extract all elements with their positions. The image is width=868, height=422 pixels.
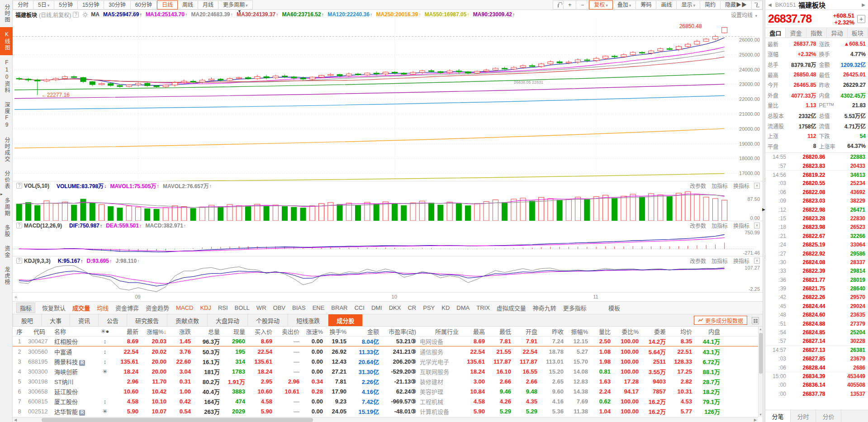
prev-symbol-icon[interactable]: ◀ — [768, 2, 772, 7]
indicator-tab-DMI[interactable]: DMI — [371, 304, 382, 311]
tick-row[interactable]: :4226822.2629570 — [765, 293, 868, 302]
table-row[interactable]: 1300427红相股份↕8.6920.031.4596.3万29608.69—0… — [13, 337, 763, 346]
macd-chart[interactable]: 750.99-271.46 — [13, 230, 763, 256]
indicator-tab-DMA[interactable]: DMA — [456, 304, 470, 311]
sidebar-item-资金[interactable]: 资金 — [0, 242, 13, 262]
tick-row[interactable]: 14:5526820.8622883 — [765, 153, 868, 161]
indicator-tab-MACD[interactable]: MACD — [176, 304, 193, 311]
tab-资讯[interactable]: 资讯 — [70, 314, 99, 326]
collapse-panel-icon[interactable]: ▶ — [762, 207, 765, 212]
tick-row[interactable]: 14:5726827.1326381 — [765, 346, 868, 354]
pane-action[interactable]: 换指标 — [733, 222, 749, 229]
drag-grip-icon[interactable]: ⣿⣿ — [129, 11, 136, 15]
ma-settings-button[interactable]: 设置均线 ▾ — [731, 11, 757, 19]
column-header[interactable]: 买入价 — [247, 327, 274, 336]
indicator-tab-BIAS[interactable]: BIAS — [292, 304, 306, 311]
close-pane-icon[interactable]: × — [754, 183, 760, 189]
indicator-tab-神奇九转[interactable]: 神奇九转 — [533, 303, 556, 312]
tab-贡献点数[interactable]: 贡献点数 — [167, 314, 208, 326]
column-header[interactable]: 委比% — [612, 327, 640, 336]
tab-股吧[interactable]: 股吧 — [13, 314, 42, 326]
quote-tab-板块[interactable]: 板块 — [848, 28, 868, 38]
period-button[interactable]: 15分钟 — [78, 0, 104, 9]
column-header[interactable]: 现量 — [222, 327, 247, 336]
scroll-down-icon[interactable]: ▼ — [759, 413, 762, 416]
tab-大盘异动[interactable]: 大盘异动 — [208, 314, 248, 326]
sidebar-item-分价表[interactable]: 分价表 — [0, 166, 13, 194]
period-button[interactable]: 60分钟 — [131, 0, 157, 9]
tick-row[interactable]: :5726827.1430228 — [765, 337, 868, 346]
sidebar-item-K线图[interactable]: K线图 — [0, 27, 13, 55]
indicator-tab-DKX[interactable]: DKX — [389, 304, 401, 311]
period-button[interactable]: 5分钟 — [54, 0, 78, 9]
column-header[interactable]: 金额 — [348, 327, 381, 336]
kdj-chart[interactable]: 107.27-2.25 — [13, 265, 763, 292]
tick-row[interactable]: :0926823.0338229 — [765, 196, 868, 205]
column-header[interactable]: 涨跌 — [168, 327, 193, 336]
column-header[interactable]: 序 — [13, 327, 26, 336]
column-header[interactable]: 最新 — [114, 327, 140, 336]
sidebar-item-分时成交[interactable]: 分时成交 — [0, 133, 13, 166]
period-button[interactable]: 周线 — [178, 0, 198, 9]
more-constituent-data-button[interactable]: 更多成分股数据 — [694, 316, 747, 325]
add-to-watchlist-button[interactable]: + — [857, 15, 865, 23]
column-header[interactable]: 委差 — [640, 327, 668, 336]
column-header[interactable]: 最低 — [487, 327, 513, 336]
column-header[interactable]: 最高 — [460, 327, 487, 336]
scroll-left-icon[interactable]: ◀ — [14, 417, 17, 422]
table-row[interactable]: 6300658延江股份10.6010.421.0040.4万388310.601… — [13, 386, 763, 396]
sidebar-item-多股[interactable]: 多股 — [0, 221, 13, 242]
tick-row[interactable]: :1826823.9826523 — [765, 223, 868, 232]
help-icon[interactable]: ? — [16, 223, 22, 228]
table-row[interactable]: 3688195腾景科技R↕135.6120.0022.6016.1万314135… — [13, 356, 763, 366]
tab-成分股[interactable]: 成分股 — [328, 314, 363, 326]
period-button[interactable]: 月线 — [198, 0, 218, 9]
next-symbol-icon[interactable]: ▶ — [862, 2, 865, 7]
indicator-tab-CR[interactable]: CR — [408, 304, 416, 311]
tick-row[interactable]: 14:5626819.2234613 — [765, 170, 868, 179]
column-header[interactable]: 量比 — [590, 327, 612, 336]
tick-row[interactable]: :0026837.7813537 — [765, 389, 868, 398]
pane-action[interactable]: 加指标 — [711, 257, 728, 265]
quote-tab-资金[interactable]: 资金 — [786, 28, 806, 38]
gear-icon[interactable] — [82, 12, 88, 18]
period-button[interactable]: 更多周期▾ — [218, 0, 253, 9]
sidebar-item-分时图[interactable]: 分时图 — [0, 0, 13, 27]
toolbar-button[interactable]: 简约 — [700, 0, 721, 9]
sidebar-item-多周期[interactable]: 多周期 — [0, 194, 13, 221]
period-button[interactable]: 日线 — [157, 0, 178, 9]
tick-row[interactable]: 15:0026834.39453449 — [765, 372, 868, 380]
close-pane-icon[interactable]: × — [754, 223, 760, 228]
table-row[interactable]: 8002512达华智能R✳5.9010.070.54263万20295.90—0… — [13, 406, 763, 416]
tick-row[interactable]: :3026824.0828337 — [765, 258, 868, 266]
column-header[interactable]: 总量 — [193, 327, 222, 336]
sidebar-item-龙虎榜[interactable]: 龙虎榜 — [0, 262, 13, 289]
tick-row[interactable]: :5126824.8827379 — [765, 319, 868, 328]
quote-tab-异动[interactable]: 异动 — [827, 28, 847, 38]
column-header[interactable]: 均价 — [668, 327, 694, 336]
pane-action[interactable]: 加指标 — [711, 222, 728, 229]
sidebar-collapse-icon[interactable]: ▸ — [0, 192, 3, 196]
indicator-tab-指标[interactable]: 指标 — [16, 303, 35, 313]
column-header[interactable]: 涨速% — [301, 327, 325, 336]
tick-row[interactable]: :2126822.6732266 — [765, 232, 868, 240]
column-header[interactable]: ✳● — [96, 328, 114, 335]
tick-row[interactable]: :4526824.4429024 — [765, 302, 868, 310]
column-header[interactable]: 开盘 — [513, 327, 539, 336]
scroll-left-icon[interactable]: « — [14, 294, 17, 299]
indicator-tab-WR[interactable]: WR — [256, 304, 266, 311]
tick-row[interactable]: :1526823.2822830 — [765, 214, 868, 223]
period-button[interactable]: 分时 — [13, 0, 33, 9]
tick-tab-分价[interactable]: 分价 — [816, 410, 841, 422]
tick-row[interactable]: :3926821.7528640 — [765, 284, 868, 293]
tick-row[interactable]: :2726822.9229586 — [765, 249, 868, 258]
column-header[interactable]: 涨幅%↓ — [140, 327, 168, 336]
period-button[interactable]: 5日▾ — [33, 0, 54, 9]
indicator-tab-恢复默认[interactable]: 恢复默认 — [42, 303, 66, 312]
indicator-tab-成交量[interactable]: 成交量 — [72, 303, 90, 312]
candlestick-chart[interactable]: 26000.0025000.0024000.0023000.0022000.00… — [13, 19, 763, 181]
tick-row[interactable]: :2426825.1933064 — [765, 240, 868, 249]
tick-row[interactable]: :5426824.8525204 — [765, 328, 868, 337]
tick-row[interactable]: :0626828.442686 — [765, 363, 868, 372]
zoom-in-button[interactable]: + — [564, 0, 576, 9]
